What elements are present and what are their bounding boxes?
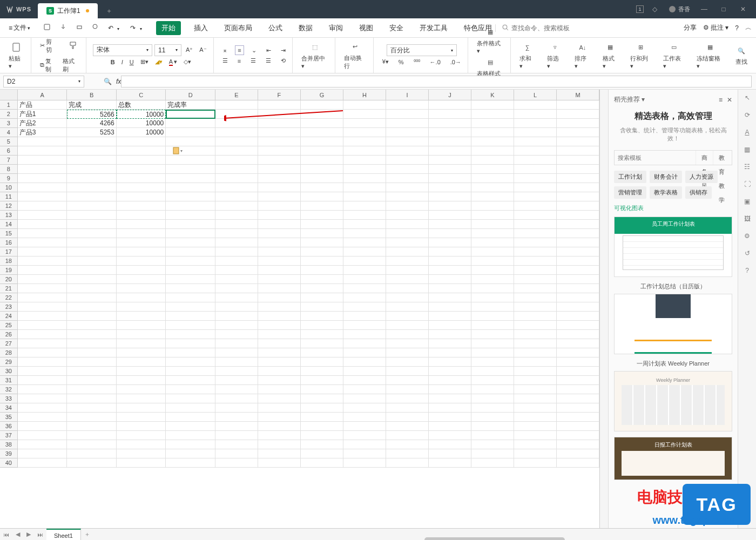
- cell[interactable]: [258, 367, 301, 376]
- cell[interactable]: [18, 431, 68, 440]
- cell[interactable]: [258, 330, 301, 339]
- cell[interactable]: [343, 247, 386, 256]
- col-header-B[interactable]: B: [67, 90, 117, 100]
- cell[interactable]: [301, 284, 343, 293]
- row-header[interactable]: 30: [0, 367, 18, 376]
- copy-button[interactable]: ⧉ 复制: [38, 56, 58, 75]
- ribbon-tab-8[interactable]: 开发工具: [416, 21, 451, 35]
- cell[interactable]: [67, 312, 117, 321]
- cell[interactable]: [557, 413, 599, 422]
- cell[interactable]: [301, 137, 343, 146]
- cell[interactable]: [301, 275, 343, 284]
- cell[interactable]: [301, 100, 343, 110]
- cell[interactable]: [18, 458, 68, 468]
- cell[interactable]: [386, 348, 429, 357]
- cell[interactable]: [117, 220, 166, 229]
- cell[interactable]: [386, 330, 429, 339]
- ribbon-tab-4[interactable]: 数据: [295, 21, 316, 35]
- cell[interactable]: [117, 174, 166, 183]
- cell[interactable]: [386, 385, 429, 394]
- cell[interactable]: [18, 293, 68, 302]
- cell[interactable]: [386, 413, 429, 422]
- rail-table-icon[interactable]: ▦: [744, 146, 750, 153]
- cell[interactable]: [514, 238, 557, 247]
- cell[interactable]: [429, 201, 471, 211]
- cell[interactable]: [557, 183, 599, 192]
- sidebar-close-icon[interactable]: ✕: [727, 96, 732, 104]
- cell[interactable]: [18, 339, 68, 348]
- conditional-format-button[interactable]: ▦条件格式 ▾: [475, 25, 506, 56]
- sheet-nav-next[interactable]: ▶: [23, 531, 34, 538]
- cell[interactable]: [18, 385, 68, 394]
- cell[interactable]: [166, 348, 215, 357]
- cell[interactable]: [514, 440, 557, 449]
- cell[interactable]: [514, 266, 557, 275]
- cell[interactable]: [343, 431, 386, 440]
- row-header[interactable]: 20: [0, 275, 18, 284]
- row-header[interactable]: 10: [0, 183, 18, 192]
- cell[interactable]: [67, 376, 117, 385]
- row-header[interactable]: 27: [0, 339, 18, 348]
- cell[interactable]: [18, 156, 68, 165]
- rail-select-icon[interactable]: ↖: [745, 94, 750, 102]
- row-header[interactable]: 12: [0, 201, 18, 211]
- cell[interactable]: [166, 275, 215, 284]
- cell[interactable]: [471, 266, 514, 275]
- cell[interactable]: [166, 312, 215, 321]
- cell[interactable]: [166, 321, 215, 330]
- cell[interactable]: [343, 110, 386, 119]
- cell[interactable]: [471, 128, 514, 137]
- cell[interactable]: [429, 100, 471, 110]
- cell[interactable]: [343, 422, 386, 431]
- cell[interactable]: [343, 174, 386, 183]
- cell[interactable]: [67, 293, 117, 302]
- cell[interactable]: [471, 312, 514, 321]
- cell[interactable]: [67, 174, 117, 183]
- cell[interactable]: [18, 247, 68, 256]
- cell[interactable]: [166, 458, 215, 468]
- format-button[interactable]: ▦格式 ▾: [600, 40, 620, 71]
- cell[interactable]: [166, 403, 215, 413]
- save-icon[interactable]: [41, 21, 53, 35]
- cell[interactable]: [215, 146, 258, 156]
- cell[interactable]: [386, 156, 429, 165]
- cell[interactable]: [343, 100, 386, 110]
- clear-format-button[interactable]: ◇▾: [181, 57, 193, 66]
- cell[interactable]: [343, 376, 386, 385]
- cell[interactable]: [301, 440, 343, 449]
- cell[interactable]: [557, 211, 599, 220]
- cell[interactable]: [557, 385, 599, 394]
- cell[interactable]: [258, 192, 301, 201]
- cell[interactable]: [166, 183, 215, 192]
- cell[interactable]: [67, 247, 117, 256]
- cell[interactable]: [557, 431, 599, 440]
- cell[interactable]: [258, 284, 301, 293]
- cell[interactable]: [471, 339, 514, 348]
- cell[interactable]: [67, 357, 117, 367]
- cell[interactable]: [166, 128, 215, 137]
- cell[interactable]: [514, 156, 557, 165]
- rail-picture-icon[interactable]: 🖼: [744, 215, 751, 222]
- cell[interactable]: [514, 376, 557, 385]
- font-size-select[interactable]: 11▾: [154, 44, 181, 56]
- cell[interactable]: [557, 449, 599, 458]
- cell[interactable]: [557, 330, 599, 339]
- cell[interactable]: [166, 156, 215, 165]
- cell[interactable]: 5253: [67, 128, 117, 137]
- cell[interactable]: [429, 137, 471, 146]
- cell[interactable]: [258, 422, 301, 431]
- cell[interactable]: [343, 220, 386, 229]
- row-header[interactable]: 14: [0, 220, 18, 229]
- cell[interactable]: [166, 220, 215, 229]
- cell[interactable]: [557, 128, 599, 137]
- fill-color-button[interactable]: ◢▾: [153, 57, 165, 66]
- cell[interactable]: [514, 422, 557, 431]
- cell[interactable]: [386, 220, 429, 229]
- cell[interactable]: [67, 413, 117, 422]
- cell[interactable]: [514, 385, 557, 394]
- cell[interactable]: [258, 385, 301, 394]
- row-header[interactable]: 24: [0, 312, 18, 321]
- cell[interactable]: [386, 403, 429, 413]
- cell[interactable]: 10000: [117, 128, 166, 137]
- font-name-select[interactable]: 宋体▾: [93, 44, 152, 56]
